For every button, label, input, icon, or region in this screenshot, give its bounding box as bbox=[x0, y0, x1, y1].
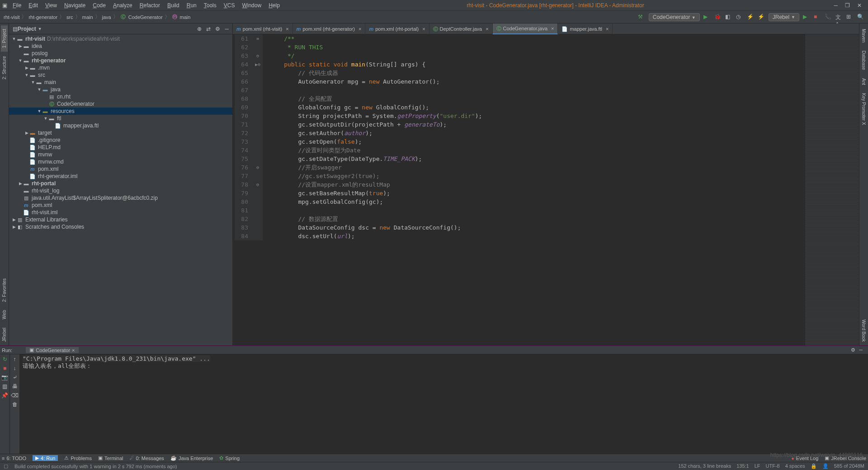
stop-icon[interactable]: ■ bbox=[814, 14, 821, 21]
camera-icon[interactable]: 📷 bbox=[1, 374, 8, 381]
tab-pom-visit[interactable]: mpom.xml (rht-visit)× bbox=[233, 24, 293, 34]
maven-tab[interactable]: Maven bbox=[860, 25, 867, 46]
status-bar: ▢ Build completed successfully with 1 wa… bbox=[0, 462, 868, 470]
gear-icon[interactable]: ⚙ bbox=[215, 26, 220, 32]
tab-close-icon[interactable]: × bbox=[484, 26, 488, 32]
trash-icon[interactable]: 🗑 bbox=[12, 401, 18, 408]
rerun-icon[interactable]: ↻ bbox=[3, 356, 7, 362]
problems-tab[interactable]: ⚠Problems bbox=[64, 455, 91, 461]
tab-close-icon[interactable]: × bbox=[357, 26, 361, 32]
project-toolwindow-tab[interactable]: 1: Project bbox=[1, 25, 8, 52]
database-tab[interactable]: Database bbox=[860, 47, 867, 74]
hide-run-icon[interactable]: ─ bbox=[859, 347, 863, 353]
layout-icon[interactable]: ▥ bbox=[2, 383, 7, 390]
wordbook-tab[interactable]: Word Book bbox=[860, 316, 867, 345]
menu-tools[interactable]: Tools bbox=[200, 2, 220, 9]
tw-quick-access-icon[interactable]: ▢ bbox=[4, 463, 8, 469]
keypromoter-tab[interactable]: Key Promoter X bbox=[860, 89, 867, 129]
close-icon[interactable]: ✕ bbox=[857, 2, 862, 9]
tab-mapper-ftl[interactable]: 📄mapper.java.ftl× bbox=[558, 24, 613, 34]
jrebel-select[interactable]: JRebel ▼ bbox=[769, 13, 799, 21]
minimize-icon[interactable]: ─ bbox=[834, 2, 838, 9]
menu-code[interactable]: Code bbox=[89, 2, 109, 9]
hide-panel-icon[interactable]: ─ bbox=[225, 26, 229, 32]
inspection-icon[interactable]: 👤 bbox=[822, 463, 829, 469]
terminal-tab[interactable]: ▣Terminal bbox=[98, 455, 123, 461]
menu-vcs[interactable]: VCS bbox=[220, 2, 239, 9]
run-icon[interactable]: ▶ bbox=[703, 14, 711, 21]
crumb-method[interactable]: ⓜmain bbox=[172, 14, 191, 20]
encoding[interactable]: UTF-8 bbox=[766, 463, 780, 469]
spring-tab[interactable]: ✿Spring bbox=[219, 455, 240, 461]
tab-pom-portal[interactable]: mpom.xml (rht-portal)× bbox=[365, 24, 429, 34]
expand-icon[interactable]: ⇄ bbox=[206, 26, 211, 32]
run-tab[interactable]: ▣ CodeGenerator × bbox=[26, 347, 78, 353]
web-toolwindow-tab[interactable]: Web bbox=[1, 306, 8, 323]
menu-view[interactable]: View bbox=[42, 2, 61, 9]
pin-icon[interactable]: 📌 bbox=[1, 392, 8, 399]
crumb-src[interactable]: src bbox=[66, 14, 73, 20]
print-icon[interactable]: 🖶 bbox=[12, 383, 18, 390]
todo-tab[interactable]: ≡6: TODO bbox=[2, 456, 26, 461]
menu-analyze[interactable]: Analyze bbox=[109, 2, 136, 9]
close-run-tab-icon[interactable]: × bbox=[72, 348, 75, 353]
down-arrow-icon[interactable]: ↓ bbox=[14, 365, 16, 371]
menu-file[interactable]: File bbox=[9, 2, 25, 9]
translate-icon[interactable]: 文A bbox=[835, 14, 843, 21]
lock-icon[interactable]: 🔒 bbox=[811, 463, 817, 469]
ant-tab[interactable]: Ant bbox=[860, 75, 867, 89]
menu-run[interactable]: Run bbox=[183, 2, 200, 9]
grid-icon[interactable]: ⊞ bbox=[846, 14, 854, 21]
jrebel-toolwindow-tab[interactable]: JRebel bbox=[1, 324, 8, 345]
menu-navigate[interactable]: Navigate bbox=[61, 2, 89, 9]
menu-refactor[interactable]: Refactor bbox=[136, 2, 164, 9]
menu-edit[interactable]: Edit bbox=[25, 2, 42, 9]
run-config-select[interactable]: CodeGenerator ▼ bbox=[649, 13, 700, 21]
crumb-project[interactable]: rht-visit bbox=[4, 14, 19, 20]
locate-icon[interactable]: ⊕ bbox=[197, 26, 202, 32]
menu-build[interactable]: Build bbox=[164, 2, 183, 9]
telephone-icon[interactable]: 📞 bbox=[825, 14, 832, 21]
tab-close-icon[interactable]: × bbox=[549, 26, 554, 31]
stop-run-icon[interactable]: ■ bbox=[3, 365, 6, 371]
memory-indicator[interactable]: 585 of 2048M bbox=[834, 463, 864, 469]
favorites-toolwindow-tab[interactable]: 2: Favorites bbox=[1, 275, 8, 306]
structure-toolwindow-tab[interactable]: 2: Structure bbox=[1, 52, 8, 83]
crumb-main[interactable]: main bbox=[82, 14, 93, 20]
tab-pom-generator[interactable]: mpom.xml (rht-generator)× bbox=[293, 24, 366, 34]
jrebel-run-icon[interactable]: ▶ bbox=[803, 14, 810, 21]
lightning-icon[interactable]: ⚡ bbox=[747, 14, 754, 21]
clear-icon[interactable]: ⌫ bbox=[11, 392, 19, 399]
watermark: https://blog.csdn.net/weixin_44980116 bbox=[770, 452, 863, 458]
profile-icon[interactable]: ◷ bbox=[736, 14, 743, 21]
search-icon[interactable]: 🔍 bbox=[857, 14, 864, 21]
crumb-java[interactable]: java bbox=[102, 14, 111, 20]
code-editor[interactable]: 61≡ /**62 * RUN THIS63⊖ */64▶⊖ public st… bbox=[233, 34, 805, 345]
menu-window[interactable]: Window bbox=[238, 2, 265, 9]
run-settings-icon[interactable]: ⚙ bbox=[851, 347, 855, 353]
caret-position[interactable]: 135:1 bbox=[736, 463, 749, 469]
lightning2-icon[interactable]: ⚡ bbox=[758, 14, 765, 21]
coverage-icon[interactable]: ◧ bbox=[725, 14, 732, 21]
tab-close-icon[interactable]: × bbox=[420, 26, 425, 32]
tab-close-icon[interactable]: × bbox=[604, 26, 609, 32]
java-enterprise-tab[interactable]: ☕Java Enterprise bbox=[170, 455, 213, 461]
minimap[interactable] bbox=[805, 34, 859, 345]
project-tree[interactable]: ▼▬rht-visitD:\rht\workspace\ideal\rht-vi… bbox=[9, 34, 232, 345]
crumb-module[interactable]: rht-generator bbox=[28, 14, 57, 20]
debug-icon[interactable]: 🐞 bbox=[714, 14, 722, 21]
indent-info[interactable]: 4 spaces bbox=[785, 463, 805, 469]
tab-codegenerator[interactable]: ⒸCodeGenerator.java× bbox=[493, 24, 558, 34]
messages-tab[interactable]: ☄0: Messages bbox=[130, 455, 164, 461]
up-arrow-icon[interactable]: ↑ bbox=[14, 356, 16, 362]
line-separator[interactable]: LF bbox=[755, 463, 760, 469]
tab-close-icon[interactable]: × bbox=[284, 26, 288, 32]
crumb-class[interactable]: ⒸCodeGenerator bbox=[120, 14, 163, 20]
console-output[interactable]: "C:\Program Files\Java\jdk1.8.0_231\bin\… bbox=[20, 354, 868, 454]
tab-deptcontroller[interactable]: ⒸDeptController.java× bbox=[429, 24, 493, 34]
run-tab[interactable]: ▶4: Run bbox=[33, 455, 58, 461]
maximize-icon[interactable]: ❐ bbox=[845, 2, 850, 9]
wrap-icon[interactable]: ⤶ bbox=[13, 374, 17, 381]
build-icon[interactable]: ⚒ bbox=[638, 14, 645, 21]
menu-help[interactable]: Help bbox=[265, 2, 283, 9]
